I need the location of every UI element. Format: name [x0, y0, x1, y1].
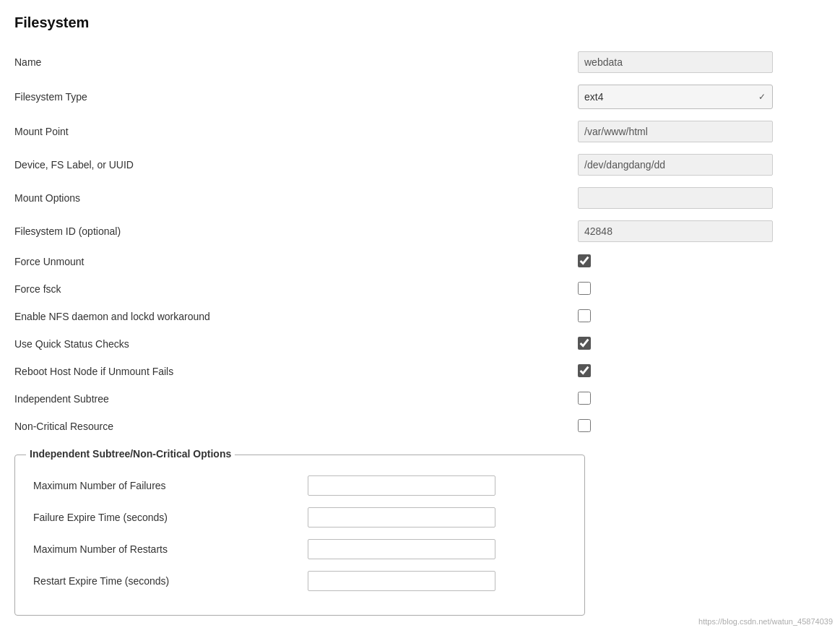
restart-expire-row: Restart Expire Time (seconds)	[33, 565, 566, 597]
fs-type-select[interactable]: ext4 ext3 ext2 xfs btrfs nfs vfat	[578, 85, 773, 109]
mount-options-control	[578, 187, 773, 209]
name-label: Name	[14, 56, 578, 68]
quick-status-row: Use Quick Status Checks	[14, 330, 809, 358]
mount-point-label: Mount Point	[14, 126, 578, 137]
fs-type-select-wrapper: ext4 ext3 ext2 xfs btrfs nfs vfat ✓	[578, 85, 773, 109]
mount-options-row: Mount Options	[14, 181, 809, 215]
reboot-row: Reboot Host Node if Unmount Fails	[14, 358, 809, 385]
failure-expire-label: Failure Expire Time (seconds)	[33, 512, 308, 523]
force-fsck-checkbox[interactable]	[578, 282, 591, 295]
nfs-control	[578, 309, 773, 324]
force-fsck-label: Force fsck	[14, 283, 578, 295]
name-control	[578, 51, 773, 73]
restart-expire-input[interactable]	[308, 571, 495, 591]
fs-type-row: Filesystem Type ext4 ext3 ext2 xfs btrfs…	[14, 79, 809, 115]
independent-subtree-label: Independent Subtree	[14, 393, 578, 405]
filesystem-form: Filesystem Name Filesystem Type ext4 ext…	[14, 14, 809, 616]
fs-type-control: ext4 ext3 ext2 xfs btrfs nfs vfat ✓	[578, 85, 773, 109]
max-failures-input[interactable]	[308, 475, 495, 496]
fs-type-label: Filesystem Type	[14, 91, 578, 103]
page-title: Filesystem	[14, 14, 809, 31]
max-restarts-input[interactable]	[308, 539, 495, 559]
reboot-checkbox[interactable]	[578, 364, 591, 377]
independent-subtree-row: Independent Subtree	[14, 385, 809, 413]
mount-options-label: Mount Options	[14, 192, 578, 204]
nfs-row: Enable NFS daemon and lockd workaround	[14, 303, 809, 330]
non-critical-label: Non-Critical Resource	[14, 421, 578, 432]
max-failures-label: Maximum Number of Failures	[33, 480, 308, 491]
quick-status-control	[578, 337, 773, 352]
fs-id-control	[578, 220, 773, 242]
fs-id-label: Filesystem ID (optional)	[14, 225, 578, 237]
force-unmount-label: Force Unmount	[14, 256, 578, 267]
force-unmount-control	[578, 254, 773, 270]
fs-id-row: Filesystem ID (optional)	[14, 215, 809, 248]
quick-status-label: Use Quick Status Checks	[14, 338, 578, 350]
watermark-text: https://blog.csdn.net/watun_45874039	[698, 617, 833, 626]
reboot-control	[578, 364, 773, 379]
non-critical-control	[578, 419, 773, 434]
failure-expire-input[interactable]	[308, 507, 495, 528]
quick-status-checkbox[interactable]	[578, 337, 591, 350]
device-row: Device, FS Label, or UUID	[14, 148, 809, 181]
max-restarts-row: Maximum Number of Restarts	[33, 533, 566, 565]
non-critical-row: Non-Critical Resource	[14, 413, 809, 440]
mount-options-input[interactable]	[578, 187, 773, 209]
device-input[interactable]	[578, 154, 773, 176]
nfs-label: Enable NFS daemon and lockd workaround	[14, 311, 578, 322]
restart-expire-label: Restart Expire Time (seconds)	[33, 575, 308, 587]
max-restarts-label: Maximum Number of Restarts	[33, 543, 308, 555]
force-fsck-row: Force fsck	[14, 275, 809, 303]
force-fsck-control	[578, 282, 773, 297]
max-failures-row: Maximum Number of Failures	[33, 470, 566, 501]
name-row: Name	[14, 46, 809, 79]
failure-expire-row: Failure Expire Time (seconds)	[33, 501, 566, 533]
mount-point-row: Mount Point	[14, 115, 809, 148]
name-input[interactable]	[578, 51, 773, 73]
fs-id-input[interactable]	[578, 220, 773, 242]
force-unmount-row: Force Unmount	[14, 248, 809, 275]
mount-point-input[interactable]	[578, 121, 773, 142]
device-control	[578, 154, 773, 176]
subtree-options-section: Independent Subtree/Non-Critical Options…	[14, 455, 585, 616]
nfs-checkbox[interactable]	[578, 309, 591, 322]
non-critical-checkbox[interactable]	[578, 419, 591, 432]
reboot-label: Reboot Host Node if Unmount Fails	[14, 366, 578, 377]
subtree-section-title: Independent Subtree/Non-Critical Options	[26, 448, 235, 460]
device-label: Device, FS Label, or UUID	[14, 159, 578, 171]
force-unmount-checkbox[interactable]	[578, 254, 591, 267]
independent-subtree-checkbox[interactable]	[578, 392, 591, 405]
independent-subtree-control	[578, 392, 773, 407]
mount-point-control	[578, 121, 773, 142]
